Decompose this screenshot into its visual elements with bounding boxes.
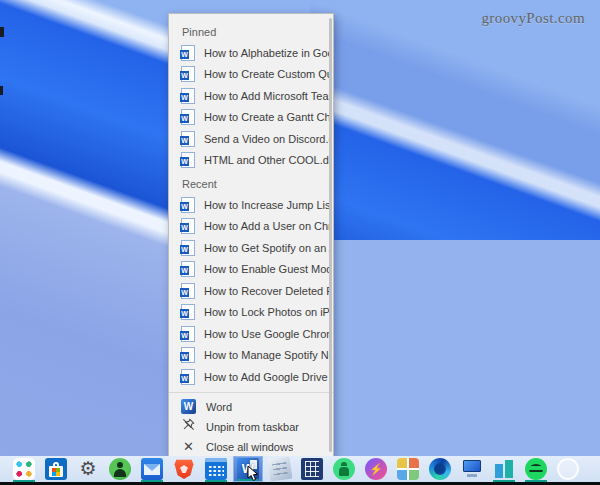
word-doc-icon (181, 152, 195, 168)
groovypost-watermark: groovyPost.com (481, 10, 585, 27)
open-word-button[interactable]: W Word (169, 397, 333, 417)
jumplist-item[interactable]: How to Add Microsoft Teams to Ou... (169, 85, 333, 107)
wallpaper-diagonal-shade (310, 0, 600, 250)
jumplist-item[interactable]: How to Manage Spotify Not Showi... (169, 345, 333, 367)
taskbar-brave-button[interactable] (169, 456, 199, 482)
taskbar-android-app-button[interactable] (329, 456, 359, 482)
jumplist-item[interactable]: How to Add Google Drive to File Ex... (169, 366, 333, 388)
taskbar-account-app-button[interactable] (105, 456, 135, 482)
brave-shield-icon (173, 458, 195, 480)
word-doc-icon (181, 197, 195, 213)
jumplist-item-label: How to Lock Photos on iPhone.docx (204, 306, 332, 318)
taskbar-edge-button[interactable] (425, 456, 455, 482)
word-doc-icon (181, 369, 195, 385)
notepad-icon (268, 457, 293, 482)
jumplist-item-label: How to Get Spotify on an Android L... (204, 242, 332, 254)
close-all-windows-button[interactable]: ✕ Close all windows (169, 437, 333, 457)
taskbar-notepad-button[interactable] (265, 456, 295, 482)
taskbar-remote-desktop-button[interactable] (457, 456, 487, 482)
jumplist-item[interactable]: How to Create a Gantt Chart in Goo... (169, 107, 333, 129)
jumplist-item-label: How to Alphabetize in Google Docs... (204, 47, 332, 59)
jumplist-item-label: How to Enable Guest Mode on Chr... (204, 263, 332, 275)
word-doc-icon (181, 109, 195, 125)
unpin-label: Unpin from taskbar (206, 421, 299, 433)
taskbar-spotify-button[interactable] (521, 456, 551, 482)
messenger-icon (365, 458, 387, 480)
account-avatar-icon (109, 458, 131, 480)
jumplist-item[interactable]: How to Lock Photos on iPhone.docx (169, 302, 333, 324)
jumplist-item-label: How to Create a Gantt Chart in Goo... (204, 111, 332, 123)
word-doc-icon (181, 347, 195, 363)
jumplist-item-label: How to Increase Jump List Items on... (204, 199, 332, 211)
word-doc-icon (181, 66, 195, 82)
word-doc-icon (181, 304, 195, 320)
jumplist-item[interactable]: How to Enable Guest Mode on Chr... (169, 259, 333, 281)
taskbar-mail-button[interactable] (137, 456, 167, 482)
open-word-label: Word (206, 401, 232, 413)
jumplist-item-label: How to Manage Spotify Not Showi... (204, 349, 332, 361)
buildings-icon (493, 458, 515, 480)
word-doc-icon (181, 88, 195, 104)
calculator-grid-icon (301, 458, 323, 480)
microsoft-store-icon (45, 458, 67, 480)
jumplist-item-label: How to Recover Deleted Photos on... (204, 285, 332, 297)
jumplist-item-label: How to Create Custom Quick Steps... (204, 68, 332, 80)
taskbar-word-button[interactable] (233, 456, 263, 482)
jumplist-item[interactable]: How to Increase Jump List Items on... (169, 194, 333, 216)
mail-envelope-icon (141, 458, 163, 480)
taskbar-microsoft-store-button[interactable] (41, 456, 71, 482)
calendar-icon (205, 458, 227, 480)
taskbar-buildings-app-button[interactable] (489, 456, 519, 482)
jumplist-item-label: How to Add Microsoft Teams to Ou... (204, 90, 332, 102)
close-icon: ✕ (181, 439, 196, 454)
photos-collage-icon (397, 458, 419, 480)
jumplist-item[interactable]: How to Alphabetize in Google Docs... (169, 42, 333, 64)
taskbar-messenger-button[interactable] (361, 456, 391, 482)
jumplist-item-label: Send a Video on Discord.docx (204, 133, 332, 145)
taskbar-settings-button[interactable] (73, 456, 103, 482)
word-doc-icon (181, 45, 195, 61)
scrollbar[interactable] (329, 18, 332, 452)
word-app-icon: W (181, 399, 196, 414)
taskbar (0, 456, 600, 485)
desktop-screen: groovyPost.com Pinned How to Alphabetize… (0, 0, 600, 485)
slack-icon (13, 458, 35, 480)
jumplist-item-label: How to Add Google Drive to File Ex... (204, 371, 332, 383)
jumplist-item[interactable]: How to Get Spotify on an Android L... (169, 237, 333, 259)
pinned-section-header: Pinned (169, 22, 333, 42)
jumplist-item-label: How to Use Google Chromecast Wi... (204, 328, 332, 340)
jumplist-item[interactable]: How to Create Custom Quick Steps... (169, 64, 333, 86)
taskbar-photos-app-button[interactable] (393, 456, 423, 482)
monitor-icon (461, 458, 483, 480)
word-jump-list: Pinned How to Alphabetize in Google Docs… (168, 13, 334, 457)
desktop-icon-partial[interactable] (0, 27, 4, 37)
android-icon (333, 458, 355, 480)
jumplist-item[interactable]: How to Recover Deleted Photos on... (169, 280, 333, 302)
jumplist-item[interactable]: HTML and Other COOL.docx (169, 150, 333, 172)
spotify-icon (525, 458, 547, 480)
jumplist-separator (169, 392, 333, 393)
word-doc-icon (181, 218, 195, 234)
gear-icon (77, 458, 99, 480)
word-doc-icon (181, 131, 195, 147)
word-doc-icon (181, 261, 195, 277)
jumplist-item[interactable]: How to Add a User on Chromeboo... (169, 216, 333, 238)
mouse-cursor (247, 465, 260, 485)
close-all-label: Close all windows (206, 441, 293, 453)
taskbar-slack-button[interactable] (9, 456, 39, 482)
word-doc-icon (181, 326, 195, 342)
recent-section-header: Recent (169, 174, 333, 194)
taskbar-calculator-button[interactable] (297, 456, 327, 482)
jumplist-item-label: How to Add a User on Chromeboo... (204, 220, 332, 232)
wallpaper-swoosh (290, 240, 600, 458)
unpin-icon (181, 417, 196, 436)
jumplist-item[interactable]: How to Use Google Chromecast Wi... (169, 323, 333, 345)
jumplist-item[interactable]: Send a Video on Discord.docx (169, 128, 333, 150)
taskbar-signal-button[interactable] (553, 456, 583, 482)
word-doc-icon (181, 283, 195, 299)
taskbar-calendar-button[interactable] (201, 456, 231, 482)
desktop-icon-partial[interactable] (0, 86, 3, 95)
unpin-from-taskbar-button[interactable]: Unpin from taskbar (169, 417, 333, 437)
edge-browser-icon (429, 458, 451, 480)
jumplist-item-label: HTML and Other COOL.docx (204, 154, 332, 166)
